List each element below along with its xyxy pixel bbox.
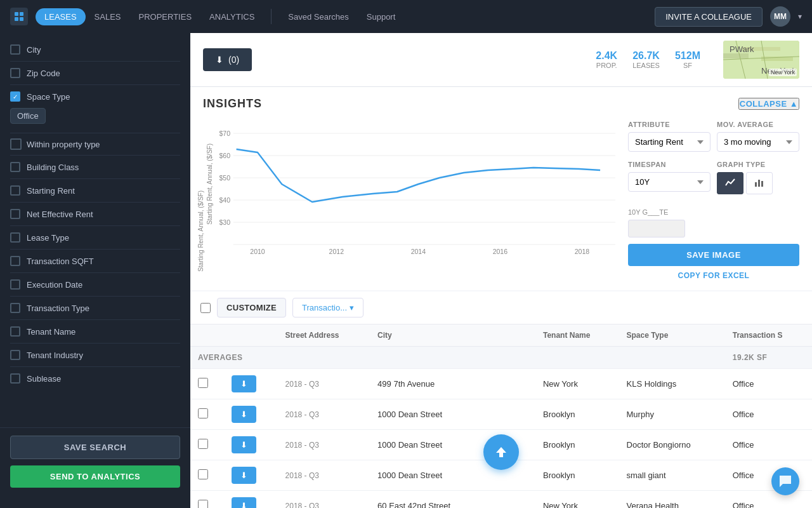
tenant-name-checkbox[interactable] bbox=[10, 326, 20, 337]
table-body: AVERAGES 19.2K SF ⬇ 2018 - Q3 499 7th Av… bbox=[190, 347, 812, 509]
row-dl-4: ⬇ bbox=[224, 460, 277, 491]
row-checkbox-2[interactable] bbox=[198, 408, 208, 418]
starting-rent-checkbox[interactable] bbox=[10, 185, 20, 196]
insights-header: INSIGHTS COLLAPSE ▲ bbox=[203, 97, 799, 110]
nav-analytics[interactable]: ANALYTICS bbox=[200, 8, 263, 25]
sidebar-item-tenant-industry[interactable]: Tenant Industry bbox=[10, 344, 180, 367]
sidebar-item-building-class[interactable]: Building Class bbox=[10, 156, 180, 179]
controls-row-1: ATTRIBUTE Starting Rent Net Effective Re… bbox=[628, 121, 799, 161]
copy-excel-button[interactable]: COPY FOR EXCEL bbox=[628, 271, 799, 280]
sidebar-item-city[interactable]: City bbox=[10, 38, 180, 62]
sublease-checkbox[interactable] bbox=[10, 373, 20, 384]
nav-leases[interactable]: LEASES bbox=[36, 8, 86, 25]
sidebar-item-zipcode[interactable]: Zip Code bbox=[10, 62, 180, 85]
sidebar-item-net-effective-rent[interactable]: Net Effective Rent bbox=[10, 203, 180, 226]
svg-rect-1 bbox=[20, 12, 23, 16]
transaction-column-button[interactable]: Transactio... ▾ bbox=[292, 298, 363, 318]
execution-date-checkbox[interactable] bbox=[10, 279, 20, 290]
chat-bubble[interactable] bbox=[771, 467, 799, 495]
timespan-select[interactable]: 1Y 3Y 5Y 10Y ALL bbox=[628, 172, 710, 192]
controls-row-2: TIMESPAN 1Y 3Y 5Y 10Y ALL GRAPH TYPE bbox=[628, 161, 799, 203]
svg-rect-0 bbox=[15, 12, 18, 16]
nav-saved-searches[interactable]: Saved Searches bbox=[279, 8, 357, 25]
within-property-checkbox[interactable] bbox=[10, 138, 22, 150]
table-section: CUSTOMIZE Transactio... ▾ Street Address… bbox=[190, 291, 812, 508]
attribute-select[interactable]: Starting Rent Net Effective Rent Lease T… bbox=[628, 132, 710, 152]
lease-type-checkbox[interactable] bbox=[10, 232, 20, 243]
row-quarter-2: 2018 - Q3 bbox=[278, 399, 370, 430]
avatar[interactable]: MM bbox=[770, 6, 790, 27]
chevron-down-icon-col: ▾ bbox=[350, 303, 354, 312]
nav-support[interactable]: Support bbox=[358, 8, 405, 25]
transaction-type-checkbox[interactable] bbox=[10, 303, 20, 313]
row-tenant-5: Verana Health bbox=[619, 491, 725, 509]
averages-empty bbox=[278, 347, 725, 369]
select-all-checkbox[interactable] bbox=[200, 303, 211, 313]
download-row-button-4[interactable]: ⬇ bbox=[232, 467, 256, 484]
stat-leases: 26.7K LEASES bbox=[632, 50, 660, 69]
timespan-control: TIMESPAN 1Y 3Y 5Y 10Y ALL bbox=[628, 161, 710, 194]
sidebar-item-lease-type[interactable]: Lease Type bbox=[10, 226, 180, 250]
building-class-checkbox[interactable] bbox=[10, 162, 20, 172]
transaction-sqft-checkbox[interactable] bbox=[10, 256, 20, 266]
svg-text:$40: $40 bbox=[219, 196, 230, 204]
row-dl-1: ⬇ bbox=[224, 369, 277, 399]
scroll-up-fab[interactable] bbox=[483, 434, 519, 470]
ten-y-range-input[interactable] bbox=[628, 220, 685, 237]
spacetype-checkbox[interactable] bbox=[10, 91, 20, 102]
sidebar-item-starting-rent[interactable]: Starting Rent bbox=[10, 179, 180, 203]
bar-chart-button[interactable] bbox=[746, 172, 773, 194]
row-tenant-2: Murphy bbox=[619, 399, 725, 430]
send-analytics-button[interactable]: SEND TO ANALYTICS bbox=[10, 465, 180, 488]
sidebar-item-execution-date[interactable]: Execution Date bbox=[10, 273, 180, 297]
line-chart-button[interactable] bbox=[717, 172, 743, 194]
svg-rect-5 bbox=[723, 53, 749, 58]
moving-average-select[interactable]: 3 mo moving 6 mo moving 12 mo moving bbox=[717, 132, 799, 152]
row-checkbox-1[interactable] bbox=[198, 378, 208, 388]
sidebar-item-tenant-name[interactable]: Tenant Name bbox=[10, 320, 180, 344]
row-checkbox-5[interactable] bbox=[198, 500, 208, 508]
stat-prop-value: 2.4K bbox=[596, 50, 617, 62]
transaction-type-label: Transaction Type bbox=[27, 304, 89, 313]
svg-rect-29 bbox=[755, 182, 757, 187]
invite-colleague-button[interactable]: INVITE A COLLEAGUE bbox=[655, 7, 763, 27]
topnav: LEASES SALES PROPERTIES ANALYTICS Saved … bbox=[0, 0, 812, 33]
map-thumbnail[interactable]: New York PWark bbox=[723, 41, 799, 79]
zipcode-checkbox[interactable] bbox=[10, 68, 20, 78]
save-search-button[interactable]: SAVE SEARCH bbox=[10, 436, 180, 459]
execution-date-label: Execution Date bbox=[27, 280, 82, 290]
sidebar-item-sublease[interactable]: Sublease bbox=[10, 367, 180, 390]
download-row-button-5[interactable]: ⬇ bbox=[232, 497, 256, 508]
download-row-button-3[interactable]: ⬇ bbox=[232, 436, 256, 453]
svg-text:2014: 2014 bbox=[411, 248, 426, 255]
sidebar-item-spacetype[interactable]: Space Type Office bbox=[10, 85, 180, 133]
nav-sales[interactable]: SALES bbox=[86, 8, 130, 25]
averages-row: AVERAGES 19.2K SF bbox=[190, 347, 812, 369]
spacetype-label: Space Type bbox=[27, 92, 70, 102]
row-tenant-4: small giant bbox=[619, 460, 725, 491]
net-effective-rent-checkbox[interactable] bbox=[10, 209, 20, 219]
row-checkbox-3[interactable] bbox=[198, 439, 208, 449]
topnav-right: INVITE A COLLEAGUE MM ▾ bbox=[655, 6, 802, 27]
download-button[interactable]: ⬇ (0) bbox=[203, 48, 252, 71]
customize-button[interactable]: CUSTOMIZE bbox=[217, 298, 286, 318]
row-dl-2: ⬇ bbox=[224, 399, 277, 430]
sidebar-item-transaction-sqft[interactable]: Transaction SQFT bbox=[10, 250, 180, 273]
city-checkbox[interactable] bbox=[10, 44, 20, 55]
nav-properties[interactable]: PROPERTIES bbox=[130, 8, 201, 25]
row-check-2 bbox=[190, 399, 224, 430]
th-tenant-name: Tenant Name bbox=[535, 324, 619, 347]
lease-type-label: Lease Type bbox=[27, 233, 69, 243]
row-checkbox-4[interactable] bbox=[198, 469, 208, 479]
save-image-button[interactable]: SAVE IMAGE bbox=[628, 244, 799, 266]
download-row-button-2[interactable]: ⬇ bbox=[232, 406, 256, 423]
tenant-industry-checkbox[interactable] bbox=[10, 350, 20, 360]
row-spacetype-3: Office bbox=[725, 430, 812, 460]
sidebar-item-within-property[interactable]: Within property type bbox=[10, 133, 180, 156]
collapse-button[interactable]: COLLAPSE ▲ bbox=[738, 98, 799, 110]
download-row-button-1[interactable]: ⬇ bbox=[232, 375, 256, 392]
table-row: ⬇ 2018 - Q3 1000 Dean Street Brooklyn Mu… bbox=[190, 399, 812, 430]
stat-prop: 2.4K PROP. bbox=[596, 50, 617, 69]
sidebar-item-transaction-type[interactable]: Transaction Type bbox=[10, 297, 180, 320]
table-row: ⬇ 2018 - Q3 499 7th Avenue New York KLS … bbox=[190, 369, 812, 399]
